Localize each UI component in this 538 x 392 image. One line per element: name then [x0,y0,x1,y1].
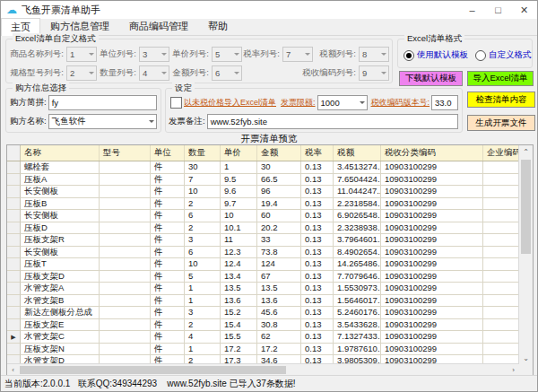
grid-cell[interactable]: 0.13 [301,271,334,283]
grid-cell[interactable]: 10903100299 [381,222,483,235]
buyer-name-select[interactable]: 飞鱼软件 [48,114,157,129]
grid-cell[interactable]: 13.4 [221,271,257,283]
grid-cell[interactable]: 10903100299 [381,198,483,211]
grid-cell[interactable]: 6 [185,247,221,259]
grid-row-selector[interactable] [7,307,21,319]
product-name-col-combo[interactable]: 1 [66,47,97,62]
grid-cell[interactable]: 0.13 [301,331,334,344]
grid-cell[interactable]: 0.13 [301,234,334,247]
grid-cell[interactable]: 10903100299 [381,331,483,344]
grid-cell[interactable]: 10903100299 [381,210,483,222]
grid-cell[interactable]: 0.13 [301,295,334,308]
grid-cell[interactable]: 30 [185,161,221,174]
grid-cell[interactable]: 124 [257,258,301,271]
grid-header-cell[interactable]: 企业编码 [483,145,519,161]
grid-cell[interactable]: 件 [151,186,185,198]
grid-cell[interactable]: 13.5 [257,283,301,295]
grid-cell[interactable]: 15.2 [221,307,257,319]
grid-cell[interactable]: 15.5 [221,331,257,344]
grid-cell[interactable]: 件 [151,319,185,332]
grid-cell[interactable]: 件 [151,331,185,344]
grid-header-cell[interactable]: 税率 [301,145,334,161]
grid-cell[interactable]: 新达左侧板分总成 [21,307,100,319]
grid-cell[interactable] [100,161,151,174]
grid-cell[interactable]: 67 [257,271,301,283]
grid-cell[interactable]: 件 [151,222,185,235]
grid-row-selector[interactable] [7,210,21,222]
grid-cell[interactable]: 10903100299 [381,283,483,295]
grid-cell[interactable]: 20.2 [257,222,301,235]
grid-cell[interactable]: 62 [257,331,301,344]
grid-cell[interactable]: 件 [151,210,185,222]
grid-row[interactable]: 压板支架D件513.4670.137.7079646...10903100299 [7,271,519,283]
grid-cell[interactable] [100,222,151,235]
grid-cell[interactable]: 2.2318584... [334,198,381,211]
grid-cell[interactable]: 1.5530973... [334,283,381,295]
grid-cell[interactable]: 0.13 [301,319,334,332]
grid-cell[interactable] [100,198,151,211]
grid-cell[interactable]: 件 [151,307,185,319]
pretax-import-checkbox[interactable] [170,97,182,109]
horizontal-scrollbar-thumb[interactable] [20,366,286,374]
grid-cell[interactable]: 件 [151,198,185,211]
spec-model-col-combo[interactable]: 2 [66,65,97,81]
grid-cell[interactable] [100,295,151,308]
scroll-down-icon[interactable]: ⌄ [519,352,533,364]
grid-row[interactable]: 新达左侧板分总成件315.245.60.135.2460176...109031… [7,307,519,319]
grid-cell[interactable] [483,344,519,356]
remark-input[interactable]: www.52fyb.site [207,114,458,129]
grid-row-selector[interactable] [7,222,21,235]
grid-row-selector[interactable] [7,295,21,308]
invoice-limit-label[interactable]: 发票限额: [281,97,316,109]
grid-cell[interactable]: 压板D [21,222,100,235]
grid-cell[interactable]: 压板支架D [21,271,100,283]
grid-cell[interactable]: 4 [185,331,221,344]
grid-cell[interactable]: 10903100299 [381,186,483,198]
grid-cell[interactable]: 1 [185,295,221,308]
grid-cell[interactable] [100,344,151,356]
grid-row[interactable]: 螺栓套件301300.133.4513274...10903100299 [7,161,519,174]
grid-cell[interactable] [100,319,151,332]
grid-row[interactable]: 长安侧板件612.373.80.138.4902654...1090310029… [7,247,519,259]
grid-cell[interactable] [100,283,151,295]
grid-cell[interactable]: 10903100299 [381,307,483,319]
grid-row-selector[interactable] [7,319,21,332]
grid-cell[interactable]: 件 [151,234,185,247]
grid-cell[interactable] [483,186,519,198]
tax-amount-col-combo[interactable]: 8 [359,47,389,62]
grid-cell[interactable]: 1.9787610... [334,344,381,356]
check-list-button[interactable]: 检查清单内容 [467,91,535,108]
grid-cell[interactable]: 1 [185,344,221,356]
grid-cell[interactable] [483,247,519,259]
scroll-up-icon[interactable]: ⌃ [519,145,533,158]
grid-cell[interactable]: 3.4513274... [334,161,381,174]
grid-row[interactable]: 压板支架N件117.217.20.131.9787610...109031002… [7,344,519,356]
grid-cell[interactable]: 8.4902654... [334,247,381,259]
grid-cell[interactable]: 水管支架C [21,331,100,344]
grid-row[interactable]: ▶水管支架C件415.5620.137.1327433...1090310029… [7,331,519,344]
grid-cell[interactable]: 0.13 [301,344,334,356]
grid-cell[interactable] [100,307,151,319]
grid-cell[interactable]: 15.4 [221,319,257,332]
grid-row[interactable]: 水管支架B件113.613.60.131.5646017...109031002… [7,295,519,308]
tab-help[interactable]: 帮助 [198,17,238,35]
grid-cell[interactable]: 11.044247... [334,186,381,198]
grid-cell[interactable] [100,186,151,198]
grid-cell[interactable]: 3.5433628... [334,319,381,332]
vertical-scrollbar-thumb[interactable] [521,160,531,254]
grid-cell[interactable]: 10903100299 [381,319,483,332]
grid-row-selector[interactable] [7,186,21,198]
grid-row-selector[interactable] [7,258,21,271]
grid-cell[interactable]: 17.2 [257,344,301,356]
grid-cell[interactable]: 2 [185,198,221,211]
grid-cell[interactable]: 7.7079646... [334,271,381,283]
grid-cell[interactable]: 压板支架R [21,234,100,247]
grid-cell[interactable]: 件 [151,283,185,295]
grid-cell[interactable]: 96 [257,186,301,198]
unit-price-col-combo[interactable]: 5 [212,47,242,62]
tax-code-col-combo[interactable]: 9 [359,65,389,81]
grid-cell[interactable] [483,331,519,344]
grid-cell[interactable]: 12.3 [221,247,257,259]
grid-cell[interactable]: 0.13 [301,186,334,198]
grid-row-selector[interactable] [7,271,21,283]
